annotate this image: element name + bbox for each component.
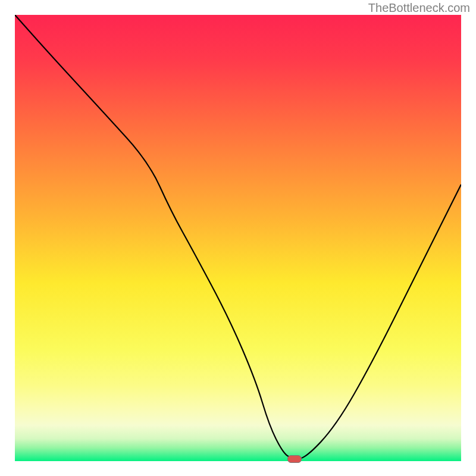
watermark-text: TheBottleneck.com bbox=[368, 1, 470, 15]
chart-container: TheBottleneck.com bbox=[0, 0, 476, 476]
optimal-marker bbox=[287, 455, 302, 463]
bottleneck-curve bbox=[15, 15, 461, 461]
plot-area bbox=[15, 15, 461, 461]
